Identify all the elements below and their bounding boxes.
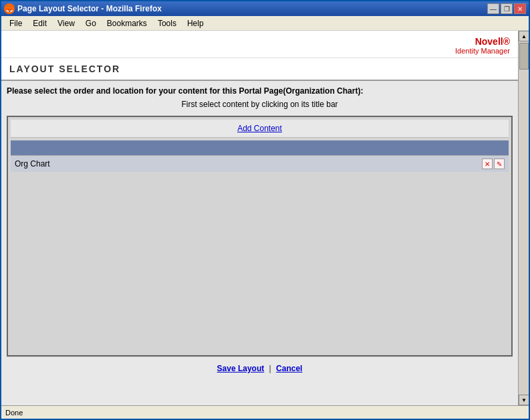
- footer: Save Layout | Cancel: [7, 356, 513, 380]
- status-text: Done: [5, 409, 23, 417]
- scrollbar-thumb-area: [519, 41, 529, 395]
- menu-bar: File Edit View Go Bookmarks Tools Help: [1, 16, 529, 31]
- instruction-text: Please select the order and location for…: [7, 86, 513, 96]
- browser-window: 🦊 Page Layout Selector - Mozilla Firefox…: [0, 0, 530, 420]
- menu-help[interactable]: Help: [182, 17, 209, 29]
- content-panel: Add Content Org Chart ✕ ✎: [7, 116, 513, 356]
- menu-tools[interactable]: Tools: [152, 17, 182, 29]
- sub-instruction-text: First select content by clicking on its …: [7, 100, 513, 109]
- add-content-link[interactable]: Add Content: [11, 120, 509, 138]
- save-layout-link[interactable]: Save Layout: [217, 364, 265, 373]
- novell-brand-name: Novell®: [455, 36, 510, 47]
- restore-button[interactable]: ❐: [501, 3, 513, 14]
- menu-view[interactable]: View: [52, 17, 80, 29]
- menu-go[interactable]: Go: [80, 17, 102, 29]
- scroll-up-button[interactable]: ▲: [519, 31, 529, 41]
- title-bar: 🦊 Page Layout Selector - Mozilla Firefox…: [1, 1, 529, 16]
- browser-content: Novell® Identity Manager LAYOUT SELECTOR…: [1, 31, 529, 405]
- window-controls: — ❐ ✕: [487, 3, 526, 14]
- novell-logo: Novell® Identity Manager: [455, 36, 510, 55]
- content-item-actions: ✕ ✎: [482, 159, 505, 169]
- menu-bookmarks[interactable]: Bookmarks: [102, 17, 152, 29]
- content-item-name: Org Chart: [15, 159, 50, 169]
- footer-separator: |: [269, 364, 271, 373]
- main-content: Please select the order and location for…: [1, 81, 518, 405]
- close-button[interactable]: ✕: [514, 3, 526, 14]
- page-title: LAYOUT SELECTOR: [9, 64, 510, 74]
- menu-file[interactable]: File: [4, 17, 27, 29]
- novell-brand-sub: Identity Manager: [455, 47, 510, 55]
- scrollbar-handle[interactable]: [519, 43, 529, 70]
- selected-content-header: [11, 140, 509, 155]
- status-bar: Done: [1, 405, 529, 419]
- cancel-link[interactable]: Cancel: [276, 364, 302, 373]
- page-header: Novell® Identity Manager: [1, 31, 518, 58]
- layout-selector-title-section: LAYOUT SELECTOR: [1, 58, 518, 81]
- window-title: Page Layout Selector - Mozilla Firefox: [17, 4, 162, 13]
- firefox-icon: 🦊: [4, 3, 15, 14]
- title-bar-left: 🦊 Page Layout Selector - Mozilla Firefox: [4, 3, 162, 14]
- minimize-button[interactable]: —: [487, 3, 499, 14]
- menu-edit[interactable]: Edit: [27, 17, 52, 29]
- delete-content-button[interactable]: ✕: [482, 159, 493, 169]
- content-item-org-chart: Org Chart ✕ ✎: [11, 155, 509, 172]
- scroll-down-button[interactable]: ▼: [519, 395, 529, 405]
- edit-content-button[interactable]: ✎: [494, 159, 505, 169]
- scrollbar: ▲ ▼: [518, 31, 529, 405]
- page-area: Novell® Identity Manager LAYOUT SELECTOR…: [1, 31, 518, 405]
